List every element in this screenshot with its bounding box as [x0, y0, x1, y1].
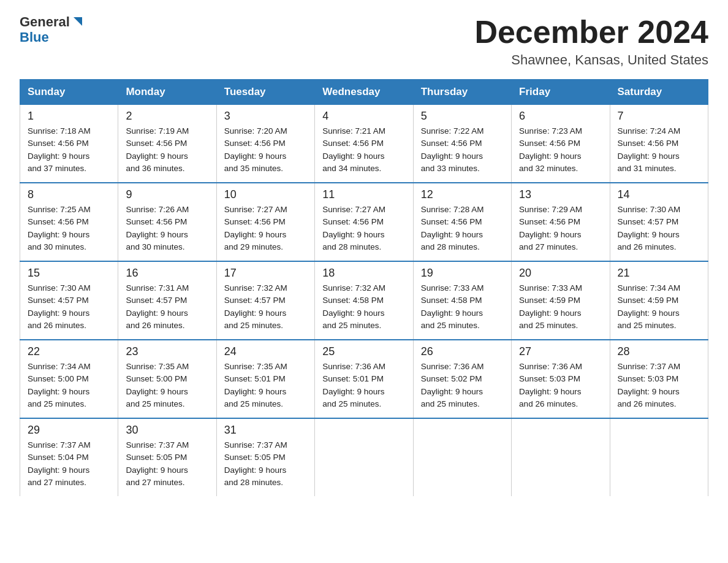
calendar-header-row: Sunday Monday Tuesday Wednesday Thursday… — [20, 80, 708, 105]
table-row: 8 Sunrise: 7:25 AM Sunset: 4:56 PM Dayli… — [20, 183, 118, 261]
header-thursday: Thursday — [413, 80, 511, 105]
table-row: 5 Sunrise: 7:22 AM Sunset: 4:56 PM Dayli… — [413, 105, 511, 183]
table-row: 21 Sunrise: 7:34 AM Sunset: 4:59 PM Dayl… — [610, 261, 708, 340]
table-row: 4 Sunrise: 7:21 AM Sunset: 4:56 PM Dayli… — [315, 105, 413, 183]
day-info: Sunrise: 7:21 AM Sunset: 4:56 PM Dayligh… — [322, 125, 405, 175]
day-number: 20 — [519, 267, 602, 280]
day-info: Sunrise: 7:36 AM Sunset: 5:02 PM Dayligh… — [421, 361, 504, 410]
table-row: 17 Sunrise: 7:32 AM Sunset: 4:57 PM Dayl… — [216, 261, 314, 340]
day-info: Sunrise: 7:28 AM Sunset: 4:56 PM Dayligh… — [421, 204, 504, 253]
day-number: 23 — [126, 345, 208, 358]
table-row: 14 Sunrise: 7:30 AM Sunset: 4:57 PM Dayl… — [610, 183, 708, 261]
day-number: 11 — [322, 188, 405, 201]
day-info: Sunrise: 7:20 AM Sunset: 4:56 PM Dayligh… — [224, 125, 307, 175]
day-number: 17 — [224, 267, 307, 280]
day-number: 10 — [224, 188, 307, 201]
day-info: Sunrise: 7:37 AM Sunset: 5:05 PM Dayligh… — [126, 439, 208, 489]
table-row: 16 Sunrise: 7:31 AM Sunset: 4:57 PM Dayl… — [118, 261, 216, 340]
table-row — [315, 418, 413, 496]
day-info: Sunrise: 7:19 AM Sunset: 4:56 PM Dayligh… — [126, 125, 208, 175]
day-number: 7 — [618, 110, 700, 123]
day-number: 22 — [28, 345, 110, 358]
header-sunday: Sunday — [20, 80, 118, 105]
day-info: Sunrise: 7:33 AM Sunset: 4:59 PM Dayligh… — [519, 282, 602, 332]
day-info: Sunrise: 7:37 AM Sunset: 5:05 PM Dayligh… — [224, 439, 307, 489]
day-number: 9 — [126, 188, 208, 201]
table-row: 31 Sunrise: 7:37 AM Sunset: 5:05 PM Dayl… — [216, 418, 314, 496]
day-number: 8 — [28, 188, 110, 201]
day-number: 18 — [322, 267, 405, 280]
day-number: 19 — [421, 267, 504, 280]
calendar-title: December 2024 — [474, 15, 708, 50]
day-number: 14 — [618, 188, 700, 201]
table-row: 2 Sunrise: 7:19 AM Sunset: 4:56 PM Dayli… — [118, 105, 216, 183]
day-info: Sunrise: 7:26 AM Sunset: 4:56 PM Dayligh… — [126, 204, 208, 253]
calendar-table: Sunday Monday Tuesday Wednesday Thursday… — [20, 79, 708, 496]
day-info: Sunrise: 7:32 AM Sunset: 4:58 PM Dayligh… — [322, 282, 405, 332]
logo-name: General — [20, 15, 70, 29]
logo: General Blue — [20, 15, 85, 45]
day-number: 12 — [421, 188, 504, 201]
day-number: 30 — [126, 424, 208, 437]
calendar-week-row: 29 Sunrise: 7:37 AM Sunset: 5:04 PM Dayl… — [20, 418, 708, 496]
day-info: Sunrise: 7:36 AM Sunset: 5:03 PM Dayligh… — [519, 361, 602, 410]
table-row: 30 Sunrise: 7:37 AM Sunset: 5:05 PM Dayl… — [118, 418, 216, 496]
table-row: 18 Sunrise: 7:32 AM Sunset: 4:58 PM Dayl… — [315, 261, 413, 340]
table-row — [610, 418, 708, 496]
logo-triangle-icon — [71, 15, 85, 28]
day-info: Sunrise: 7:30 AM Sunset: 4:57 PM Dayligh… — [618, 204, 700, 253]
calendar-week-row: 8 Sunrise: 7:25 AM Sunset: 4:56 PM Dayli… — [20, 183, 708, 261]
day-number: 15 — [28, 267, 110, 280]
calendar-subtitle: Shawnee, Kansas, United States — [474, 52, 708, 68]
day-number: 21 — [618, 267, 700, 280]
day-info: Sunrise: 7:35 AM Sunset: 5:00 PM Dayligh… — [126, 361, 208, 410]
table-row: 22 Sunrise: 7:34 AM Sunset: 5:00 PM Dayl… — [20, 340, 118, 418]
header-monday: Monday — [118, 80, 216, 105]
day-info: Sunrise: 7:29 AM Sunset: 4:56 PM Dayligh… — [519, 204, 602, 253]
header-wednesday: Wednesday — [315, 80, 413, 105]
day-number: 3 — [224, 110, 307, 123]
table-row: 26 Sunrise: 7:36 AM Sunset: 5:02 PM Dayl… — [413, 340, 511, 418]
day-info: Sunrise: 7:25 AM Sunset: 4:56 PM Dayligh… — [28, 204, 110, 253]
table-row — [512, 418, 610, 496]
day-number: 2 — [126, 110, 208, 123]
day-number: 1 — [28, 110, 110, 123]
day-info: Sunrise: 7:22 AM Sunset: 4:56 PM Dayligh… — [421, 125, 504, 175]
day-info: Sunrise: 7:33 AM Sunset: 4:58 PM Dayligh… — [421, 282, 504, 332]
table-row: 23 Sunrise: 7:35 AM Sunset: 5:00 PM Dayl… — [118, 340, 216, 418]
day-number: 27 — [519, 345, 602, 358]
day-info: Sunrise: 7:27 AM Sunset: 4:56 PM Dayligh… — [224, 204, 307, 253]
table-row: 3 Sunrise: 7:20 AM Sunset: 4:56 PM Dayli… — [216, 105, 314, 183]
day-info: Sunrise: 7:34 AM Sunset: 4:59 PM Dayligh… — [618, 282, 700, 332]
calendar-week-row: 15 Sunrise: 7:30 AM Sunset: 4:57 PM Dayl… — [20, 261, 708, 340]
table-row: 20 Sunrise: 7:33 AM Sunset: 4:59 PM Dayl… — [512, 261, 610, 340]
table-row: 9 Sunrise: 7:26 AM Sunset: 4:56 PM Dayli… — [118, 183, 216, 261]
table-row: 29 Sunrise: 7:37 AM Sunset: 5:04 PM Dayl… — [20, 418, 118, 496]
logo-blue: Blue — [20, 29, 49, 45]
table-row: 12 Sunrise: 7:28 AM Sunset: 4:56 PM Dayl… — [413, 183, 511, 261]
table-row: 10 Sunrise: 7:27 AM Sunset: 4:56 PM Dayl… — [216, 183, 314, 261]
day-number: 13 — [519, 188, 602, 201]
day-number: 16 — [126, 267, 208, 280]
table-row: 19 Sunrise: 7:33 AM Sunset: 4:58 PM Dayl… — [413, 261, 511, 340]
day-number: 29 — [28, 424, 110, 437]
header-saturday: Saturday — [610, 80, 708, 105]
day-number: 5 — [421, 110, 504, 123]
day-number: 24 — [224, 345, 307, 358]
table-row: 25 Sunrise: 7:36 AM Sunset: 5:01 PM Dayl… — [315, 340, 413, 418]
day-info: Sunrise: 7:37 AM Sunset: 5:03 PM Dayligh… — [618, 361, 700, 410]
table-row: 1 Sunrise: 7:18 AM Sunset: 4:56 PM Dayli… — [20, 105, 118, 183]
table-row: 6 Sunrise: 7:23 AM Sunset: 4:56 PM Dayli… — [512, 105, 610, 183]
calendar-week-row: 1 Sunrise: 7:18 AM Sunset: 4:56 PM Dayli… — [20, 105, 708, 183]
day-info: Sunrise: 7:30 AM Sunset: 4:57 PM Dayligh… — [28, 282, 110, 332]
day-info: Sunrise: 7:31 AM Sunset: 4:57 PM Dayligh… — [126, 282, 208, 332]
table-row: 11 Sunrise: 7:27 AM Sunset: 4:56 PM Dayl… — [315, 183, 413, 261]
header-tuesday: Tuesday — [216, 80, 314, 105]
table-row: 7 Sunrise: 7:24 AM Sunset: 4:56 PM Dayli… — [610, 105, 708, 183]
day-info: Sunrise: 7:18 AM Sunset: 4:56 PM Dayligh… — [28, 125, 110, 175]
day-info: Sunrise: 7:34 AM Sunset: 5:00 PM Dayligh… — [28, 361, 110, 410]
day-number: 6 — [519, 110, 602, 123]
table-row: 13 Sunrise: 7:29 AM Sunset: 4:56 PM Dayl… — [512, 183, 610, 261]
svg-marker-0 — [74, 17, 82, 26]
day-number: 25 — [322, 345, 405, 358]
